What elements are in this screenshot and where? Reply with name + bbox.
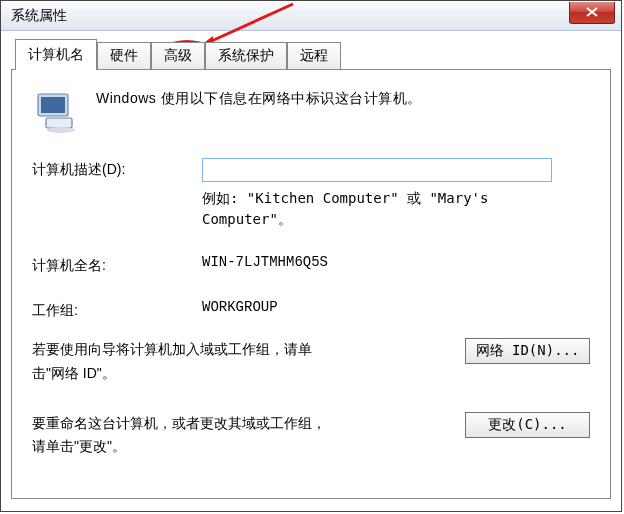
netid-text-line1: 若要使用向导将计算机加入域或工作组，请单 [32,341,312,357]
tabstrip: 计算机名 硬件 高级 系统保护 远程 [11,39,611,69]
description-hint-line1: 例如: "Kitchen Computer" 或 "Mary's [202,190,488,206]
close-icon [586,7,598,17]
workgroup-value: WORKGROUP [202,299,590,315]
window-title: 系统属性 [11,7,67,25]
tab-advanced[interactable]: 高级 [151,42,205,69]
system-properties-window: 系统属性 计算机名 硬件 高级 系统保护 远程 [0,0,622,512]
description-input[interactable] [202,158,552,182]
tab-system-protection[interactable]: 系统保护 [205,42,287,69]
network-id-button[interactable]: 网络 ID(N)... [465,338,590,364]
fullname-value: WIN-7LJTMHM6Q5S [202,254,590,270]
close-button[interactable] [569,2,615,24]
change-text-line1: 要重命名这台计算机，或者更改其域或工作组， [32,415,326,431]
fullname-label: 计算机全名: [32,254,202,275]
description-hint-line2: Computer"。 [202,211,292,227]
tab-computer-name[interactable]: 计算机名 [15,39,97,70]
svg-rect-1 [41,97,65,113]
titlebar[interactable]: 系统属性 [1,1,621,31]
svg-rect-2 [46,118,72,128]
client-area: 计算机名 硬件 高级 系统保护 远程 Windows 使用以下信息在网络中标识这… [1,31,621,511]
tab-panel: Windows 使用以下信息在网络中标识这台计算机。 计算机描述(D): 例如:… [11,69,611,499]
tab-remote[interactable]: 远程 [287,42,341,69]
svg-point-3 [47,127,75,133]
change-button[interactable]: 更改(C)... [465,412,590,438]
intro-row: Windows 使用以下信息在网络中标识这台计算机。 [32,88,590,136]
description-label: 计算机描述(D): [32,158,202,179]
change-text-line2: 请单击"更改"。 [32,438,126,454]
netid-text-line2: 击"网络 ID"。 [32,365,116,381]
intro-text: Windows 使用以下信息在网络中标识这台计算机。 [96,88,422,136]
computer-icon [32,88,80,136]
workgroup-label: 工作组: [32,299,202,320]
tab-hardware[interactable]: 硬件 [97,42,151,69]
